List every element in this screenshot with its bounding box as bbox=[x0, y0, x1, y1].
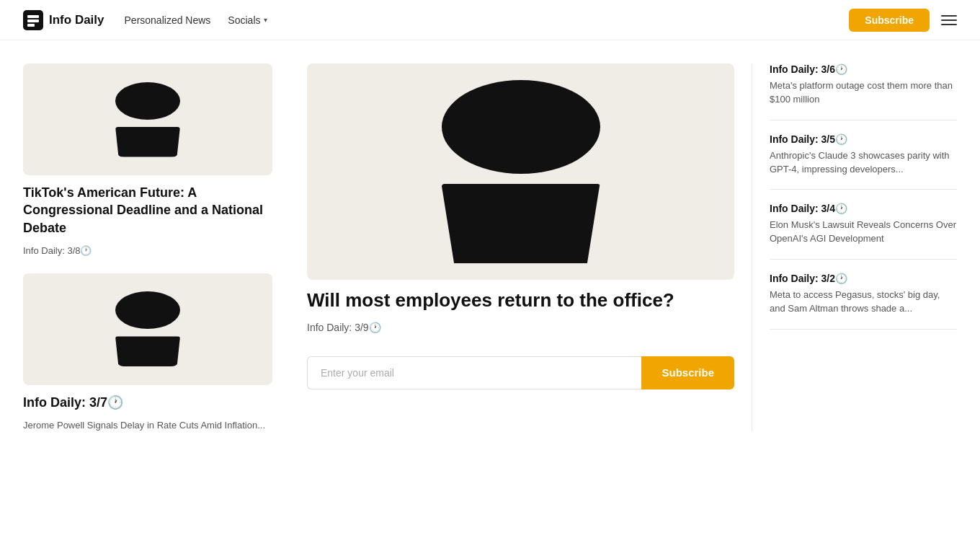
featured-meta: Info Daily: 3/9🕐 bbox=[307, 322, 734, 333]
thumb-rect-shape-2 bbox=[115, 336, 180, 366]
hamburger-menu-icon[interactable] bbox=[941, 15, 957, 25]
sidebar-item-32-desc: Meta to access Pegasus, stocks' big day,… bbox=[770, 288, 957, 316]
email-subscribe-button[interactable]: Subscribe bbox=[641, 356, 734, 389]
nav-right: Subscribe bbox=[849, 9, 957, 32]
card-tiktok-title[interactable]: TikTok's American Future: A Congressiona… bbox=[23, 184, 272, 237]
card-jerome-meta[interactable]: Info Daily: 3/7🕐 bbox=[23, 394, 272, 411]
logo-icon bbox=[23, 10, 43, 30]
center-column: Will most employees return to the office… bbox=[290, 63, 752, 431]
thumb-rect-shape bbox=[115, 127, 180, 157]
featured-rect-shape bbox=[442, 184, 600, 263]
card-tiktok-art bbox=[115, 82, 180, 157]
featured-oval-shape bbox=[442, 80, 600, 174]
left-column: TikTok's American Future: A Congressiona… bbox=[23, 63, 290, 431]
nav-link-socials[interactable]: Socials ▾ bbox=[228, 14, 267, 26]
svg-rect-1 bbox=[27, 15, 39, 18]
sidebar-item-32[interactable]: Info Daily: 3/2🕐 Meta to access Pegasus,… bbox=[770, 260, 957, 330]
card-tiktok-thumbnail bbox=[23, 63, 272, 175]
sidebar-item-35-title: Info Daily: 3/5🕐 bbox=[770, 133, 957, 145]
email-subscribe-form: Subscribe bbox=[307, 356, 734, 389]
featured-thumbnail bbox=[307, 63, 734, 280]
nav-subscribe-button[interactable]: Subscribe bbox=[849, 9, 930, 32]
sidebar-item-34-desc: Elon Musk's Lawsuit Reveals Concerns Ove… bbox=[770, 219, 957, 246]
page-content: TikTok's American Future: A Congressiona… bbox=[0, 40, 980, 459]
navbar: Info Daily Personalized News Socials ▾ S… bbox=[0, 0, 980, 40]
svg-rect-2 bbox=[27, 19, 39, 22]
card-jerome-thumbnail bbox=[23, 273, 272, 385]
sidebar-item-34-title: Info Daily: 3/4🕐 bbox=[770, 203, 957, 214]
nav-brand-label: Info Daily bbox=[49, 13, 104, 27]
sidebar-item-35[interactable]: Info Daily: 3/5🕐 Anthropic's Claude 3 sh… bbox=[770, 120, 957, 190]
nav-link-personalized-news[interactable]: Personalized News bbox=[125, 14, 211, 26]
card-jerome-art bbox=[115, 291, 180, 366]
featured-article: Will most employees return to the office… bbox=[307, 63, 734, 333]
sidebar-item-35-desc: Anthropic's Claude 3 showcases parity wi… bbox=[770, 149, 957, 177]
card-tiktok: TikTok's American Future: A Congressiona… bbox=[23, 63, 272, 256]
sidebar-item-36-desc: Meta's platform outage cost them more th… bbox=[770, 79, 957, 107]
email-input[interactable] bbox=[307, 356, 641, 389]
sidebar-item-34[interactable]: Info Daily: 3/4🕐 Elon Musk's Lawsuit Rev… bbox=[770, 190, 957, 260]
right-column: Info Daily: 3/6🕐 Meta's platform outage … bbox=[752, 63, 957, 431]
featured-art bbox=[442, 80, 600, 263]
featured-title[interactable]: Will most employees return to the office… bbox=[307, 288, 734, 313]
sidebar-item-32-title: Info Daily: 3/2🕐 bbox=[770, 273, 957, 284]
nav-logo[interactable]: Info Daily bbox=[23, 10, 104, 30]
thumb-oval-shape-2 bbox=[115, 291, 180, 329]
chevron-down-icon: ▾ bbox=[264, 16, 267, 24]
sidebar-item-36[interactable]: Info Daily: 3/6🕐 Meta's platform outage … bbox=[770, 63, 957, 120]
sidebar-item-36-title: Info Daily: 3/6🕐 bbox=[770, 63, 957, 75]
thumb-oval-shape bbox=[115, 82, 180, 120]
card-tiktok-meta: Info Daily: 3/8🕐 bbox=[23, 245, 272, 256]
card-jerome-subtitle: Jerome Powell Signals Delay in Rate Cuts… bbox=[23, 420, 272, 431]
card-jerome: Info Daily: 3/7🕐 Jerome Powell Signals D… bbox=[23, 273, 272, 431]
nav-links: Personalized News Socials ▾ bbox=[125, 14, 829, 26]
svg-rect-3 bbox=[27, 24, 35, 27]
